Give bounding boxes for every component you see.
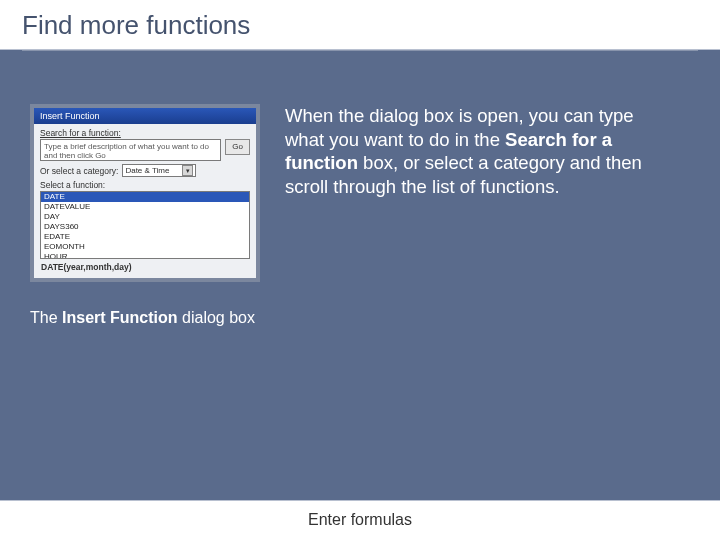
caption-bold: Insert Function	[62, 309, 178, 326]
dialog-body: Search for a function: Type a brief desc…	[34, 124, 256, 278]
slide-footer: Enter formulas	[0, 500, 720, 540]
category-value: Date & Time	[125, 166, 169, 175]
search-input[interactable]: Type a brief description of what you wan…	[40, 139, 221, 161]
function-list-label: Select a function:	[40, 180, 250, 190]
header-separator	[22, 50, 698, 51]
function-list[interactable]: DATE DATEVALUE DAY DAYS360 EDATE EOMONTH…	[40, 191, 250, 259]
chevron-down-icon: ▾	[182, 165, 193, 176]
list-item[interactable]: EDATE	[41, 232, 249, 242]
category-label: Or select a category:	[40, 166, 118, 176]
function-syntax: DATE(year,month,day)	[40, 259, 250, 273]
dialog-screenshot: Insert Function Search for a function: T…	[30, 104, 260, 282]
slide-body: Insert Function Search for a function: T…	[0, 78, 720, 540]
dialog-titlebar: Insert Function	[34, 108, 256, 124]
go-button[interactable]: Go	[225, 139, 250, 155]
search-row: Type a brief description of what you wan…	[40, 139, 250, 161]
slide: Find more functions Insert Function Sear…	[0, 0, 720, 540]
list-item[interactable]: DATE	[41, 192, 249, 202]
category-row: Or select a category: Date & Time ▾	[40, 164, 250, 177]
footer-text: Enter formulas	[0, 501, 720, 529]
search-label: Search for a function:	[40, 128, 250, 138]
list-item[interactable]: DAY	[41, 212, 249, 222]
list-item[interactable]: EOMONTH	[41, 242, 249, 252]
caption-post: dialog box	[178, 309, 255, 326]
image-caption: The Insert Function dialog box	[30, 308, 260, 328]
left-column: Insert Function Search for a function: T…	[30, 104, 260, 328]
category-select[interactable]: Date & Time ▾	[122, 164, 196, 177]
slide-title: Find more functions	[22, 10, 698, 41]
caption-pre: The	[30, 309, 62, 326]
list-item[interactable]: DAYS360	[41, 222, 249, 232]
list-item[interactable]: HOUR	[41, 252, 249, 259]
slide-header: Find more functions	[0, 0, 720, 50]
dialog-title: Insert Function	[40, 111, 100, 121]
list-item[interactable]: DATEVALUE	[41, 202, 249, 212]
body-paragraph: When the dialog box is open, you can typ…	[285, 104, 675, 199]
